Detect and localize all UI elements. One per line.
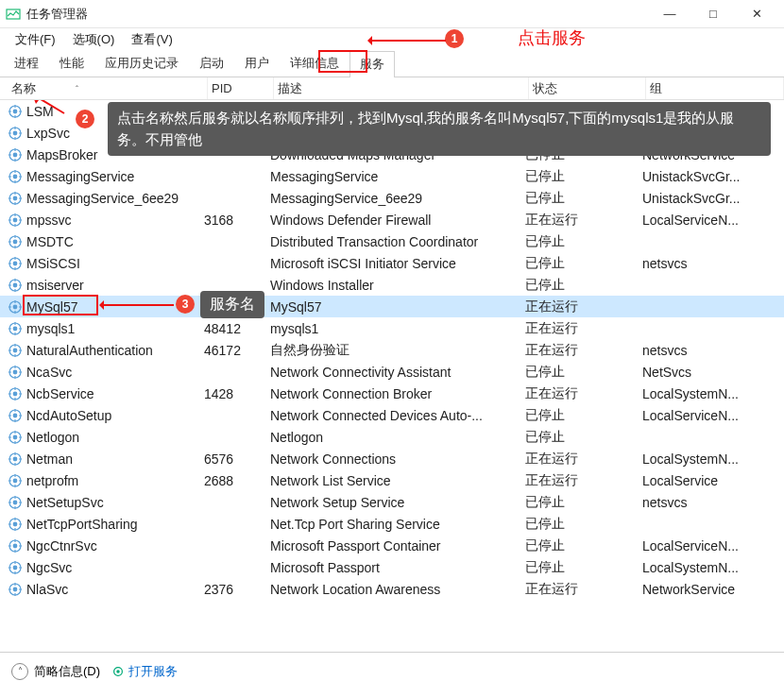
service-group: UnistackSvcGr... xyxy=(642,191,784,206)
tab-services[interactable]: 服务 xyxy=(349,51,395,77)
tab-app-history[interactable]: 应用历史记录 xyxy=(94,50,189,77)
service-group: LocalSystemN... xyxy=(642,451,784,467)
service-group: LocalServiceN... xyxy=(642,538,784,553)
svg-point-14 xyxy=(13,217,18,222)
table-row[interactable]: NcaSvcNetwork Connectivity Assistant已停止N… xyxy=(0,361,784,383)
close-button[interactable]: ✕ xyxy=(735,0,778,28)
svg-point-16 xyxy=(13,239,18,244)
service-group: LocalSystemN... xyxy=(642,386,784,401)
service-description: Network Connectivity Assistant xyxy=(270,365,525,380)
service-status: 正在运行 xyxy=(525,298,642,315)
service-name: MSDTC xyxy=(26,234,74,249)
tab-users[interactable]: 用户 xyxy=(234,50,280,77)
svg-point-28 xyxy=(13,369,18,374)
service-group: netsvcs xyxy=(642,256,784,271)
table-row[interactable]: mpssvc3168Windows Defender Firewall正在运行L… xyxy=(0,209,784,230)
table-row[interactable]: NlaSvc2376Network Location Awareness正在运行… xyxy=(0,578,784,600)
table-row[interactable]: mysqls148412mysqls1正在运行 xyxy=(0,317,784,339)
svg-point-20 xyxy=(13,282,18,287)
maximize-button[interactable]: □ xyxy=(691,0,735,28)
tabbar: 进程 性能 应用历史记录 启动 用户 详细信息 服务 xyxy=(0,51,784,77)
tab-details[interactable]: 详细信息 xyxy=(280,50,349,77)
svg-point-32 xyxy=(13,413,18,417)
service-group: NetworkService xyxy=(642,582,784,597)
service-status: 已停止 xyxy=(525,255,642,272)
services-table[interactable]: 2 点击名称然后服务就以名称顺序排列，找到Mysql,我的服务名叫Mysql57… xyxy=(0,100,784,652)
service-status: 正在运行 xyxy=(525,472,642,489)
menu-file[interactable]: 文件(F) xyxy=(9,29,61,50)
table-row[interactable]: MSiSCSIMicrosoft iSCSI Initiator Service… xyxy=(0,252,784,274)
annotation-callout-2: 2 xyxy=(76,110,94,128)
header-group[interactable]: 组 xyxy=(646,77,784,99)
service-status: 已停止 xyxy=(525,364,642,381)
service-status: 已停止 xyxy=(525,407,642,424)
window-title: 任务管理器 xyxy=(26,6,88,23)
table-row[interactable]: MySql5743984MySql57正在运行 xyxy=(0,296,784,317)
service-description: Microsoft iSCSI Initiator Service xyxy=(270,256,525,271)
tab-startup[interactable]: 启动 xyxy=(189,50,234,77)
service-group: LocalServiceN... xyxy=(642,213,784,228)
service-gear-icon xyxy=(8,321,23,336)
table-row[interactable]: MessagingService_6ee29MessagingService_6… xyxy=(0,187,784,209)
table-row[interactable]: netprofm2688Network List Service正在运行Loca… xyxy=(0,469,784,491)
svg-point-42 xyxy=(13,521,18,526)
titlebar: 任务管理器 — □ ✕ xyxy=(0,0,784,28)
service-name: NgcCtnrSvc xyxy=(26,538,97,553)
service-gear-icon xyxy=(8,343,23,358)
svg-point-6 xyxy=(13,130,18,135)
table-row[interactable]: NgcSvcMicrosoft Passport已停止LocalSystemN.… xyxy=(0,556,784,578)
svg-point-34 xyxy=(13,434,18,439)
service-name: netprofm xyxy=(26,473,78,488)
svg-point-36 xyxy=(13,456,18,461)
service-description: MySql57 xyxy=(270,299,525,315)
service-gear-icon xyxy=(8,582,23,597)
header-description[interactable]: 描述 xyxy=(274,77,529,99)
table-row[interactable]: NetSetupSvcNetwork Setup Service已停止netsv… xyxy=(0,491,784,513)
table-row[interactable]: Netman6576Network Connections正在运行LocalSy… xyxy=(0,448,784,469)
svg-point-8 xyxy=(13,152,18,157)
table-row[interactable]: NetTcpPortSharingNet.Tcp Port Sharing Se… xyxy=(0,513,784,535)
service-status: 已停止 xyxy=(525,516,642,533)
table-row[interactable]: NetlogonNetlogon已停止 xyxy=(0,426,784,448)
table-row[interactable]: msiserverWindows Installer已停止 xyxy=(0,274,784,296)
svg-point-26 xyxy=(13,348,18,352)
annotation-tooltip-sort: 点击名称然后服务就以名称顺序排列，找到Mysql,我的服务名叫Mysql57,下… xyxy=(108,102,771,156)
menu-options[interactable]: 选项(O) xyxy=(67,29,121,50)
header-status[interactable]: 状态 xyxy=(529,77,646,99)
gear-icon xyxy=(111,665,125,678)
minimize-button[interactable]: — xyxy=(648,0,691,28)
service-status: 已停止 xyxy=(525,233,642,250)
table-row[interactable]: MSDTCDistributed Transaction Coordinator… xyxy=(0,230,784,252)
sort-indicator-icon: ˆ xyxy=(76,84,78,94)
service-name: MySql57 xyxy=(26,299,77,315)
table-row[interactable]: MessagingServiceMessagingService已停止Unist… xyxy=(0,165,784,187)
table-row[interactable]: NcbService1428Network Connection Broker正… xyxy=(0,383,784,404)
fewer-details-button[interactable]: ˄ 简略信息(D) xyxy=(11,663,100,680)
service-group: UnistackSvcGr... xyxy=(642,169,784,184)
table-row[interactable]: NgcCtnrSvcMicrosoft Passport Container已停… xyxy=(0,535,784,556)
menu-view[interactable]: 查看(V) xyxy=(126,29,178,50)
open-services-link[interactable]: 打开服务 xyxy=(111,663,178,680)
service-group: NetSvcs xyxy=(642,365,784,380)
svg-point-46 xyxy=(13,565,18,570)
svg-point-22 xyxy=(13,304,18,309)
service-name: Netlogon xyxy=(26,430,79,445)
service-gear-icon xyxy=(8,538,23,553)
header-name[interactable]: 名称 ˆ xyxy=(8,77,208,99)
service-gear-icon xyxy=(8,473,23,488)
service-name: NgcSvc xyxy=(26,560,72,575)
service-status: 已停止 xyxy=(525,168,642,185)
header-pid[interactable]: PID xyxy=(208,77,274,99)
service-description: mysqls1 xyxy=(270,321,525,336)
service-pid: 48412 xyxy=(204,321,270,336)
table-row[interactable]: NaturalAuthentication46172自然身份验证正在运行nets… xyxy=(0,339,784,361)
table-row[interactable]: NcdAutoSetupNetwork Connected Devices Au… xyxy=(0,404,784,426)
service-group: LocalSystemN... xyxy=(642,560,784,575)
service-status: 正在运行 xyxy=(525,320,642,337)
service-name: MessagingService_6ee29 xyxy=(26,191,179,206)
service-gear-icon xyxy=(8,365,23,380)
service-gear-icon xyxy=(8,234,23,249)
tab-processes[interactable]: 进程 xyxy=(4,50,49,77)
service-gear-icon xyxy=(8,191,23,206)
tab-performance[interactable]: 性能 xyxy=(49,50,94,77)
